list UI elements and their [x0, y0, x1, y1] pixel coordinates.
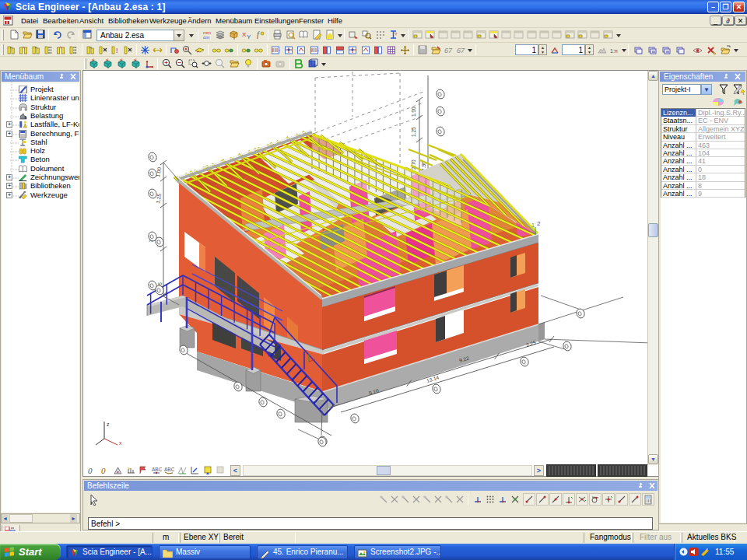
svg-text:67: 67: [444, 47, 453, 54]
svg-text:1.00: 1.00: [411, 107, 416, 117]
svg-text:1.25: 1.25: [411, 127, 416, 137]
svg-text:ABC: ABC: [164, 467, 174, 472]
svg-text:!: !: [116, 47, 118, 54]
svg-text:xl: xl: [120, 58, 122, 62]
svg-text:2: 2: [537, 220, 541, 227]
svg-text:x: x: [119, 440, 122, 446]
svg-text:xl: xl: [134, 58, 136, 62]
svg-text:cm: cm: [203, 35, 209, 40]
svg-text:1: 1: [531, 222, 535, 228]
svg-text:f: f: [257, 30, 260, 39]
svg-text:1:n: 1:n: [610, 48, 618, 54]
svg-text:67: 67: [457, 47, 465, 54]
svg-text:Y: Y: [247, 33, 251, 40]
svg-text:z: z: [107, 422, 110, 427]
svg-text:xl: xl: [92, 58, 94, 62]
svg-text:0: 0: [101, 466, 106, 475]
svg-text:0: 0: [88, 466, 93, 475]
svg-text:xl: xl: [106, 58, 108, 62]
svg-text:ABC: ABC: [152, 467, 162, 472]
svg-text:?: ?: [395, 32, 398, 37]
